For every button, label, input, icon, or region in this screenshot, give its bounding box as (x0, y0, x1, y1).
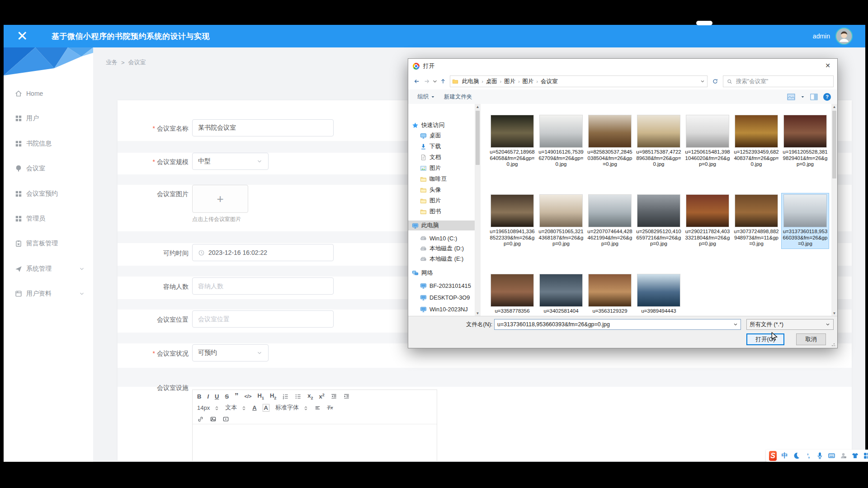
files-scrollbar[interactable]: ▲▼ (831, 104, 837, 316)
address-breadcrumb[interactable]: 此电脑›桌面›图片›图片›会议室 (450, 75, 708, 87)
dialog-titlebar[interactable]: 打开 ✕ (408, 59, 837, 73)
filetype-select[interactable]: 所有文件 (*.*) (746, 319, 834, 330)
room-scale-select[interactable]: 中型 (192, 153, 269, 170)
room-status-select[interactable]: 可预约 (192, 344, 269, 361)
breadcrumb-page[interactable]: 会议室 (128, 58, 146, 66)
filename-input[interactable] (494, 319, 741, 330)
file-item[interactable]: u=3137360118,953660393&fm=26&gp=0.jpg (782, 193, 829, 249)
sidebar-item-message-board-management[interactable]: 留言板管理 (4, 235, 93, 253)
organize-button[interactable]: 组织 (413, 93, 439, 101)
cancel-button[interactable]: 取消 (796, 333, 826, 345)
capacity-input[interactable] (192, 277, 334, 295)
file-item[interactable]: u=3563129329 (586, 273, 633, 316)
font-family-select[interactable]: 标准字体 (275, 404, 308, 412)
path-crumb[interactable]: 图片 (501, 78, 518, 85)
new-folder-button[interactable]: 新建文件夹 (439, 93, 477, 101)
path-crumb[interactable]: 图片 (520, 78, 537, 85)
link-icon[interactable] (197, 415, 204, 423)
sidebar-item-meeting-room[interactable]: 会议室 (4, 160, 93, 178)
file-item[interactable]: u=2508295120,4106597216&fm=26&gp=0.jpg (635, 193, 682, 249)
video-icon[interactable] (222, 415, 229, 423)
nav-item-this-pc[interactable]: 此电脑 (408, 221, 481, 230)
nav-item-pictures-folder[interactable]: 图片 (420, 196, 441, 206)
chinese-mode-icon[interactable]: 中 (781, 452, 788, 460)
breadcrumb-section[interactable]: 业务 (106, 58, 118, 66)
apps-icon[interactable] (863, 452, 868, 460)
file-item[interactable]: u=1965108941,3368522339&fm=26&gp=0.jpg (489, 193, 536, 249)
nav-item-pc-win10-nj[interactable]: Win10-2023NJ (420, 304, 468, 314)
sidebar-item-administrator[interactable]: 管理员 (4, 210, 93, 228)
file-item[interactable]: u=3402581404 (538, 273, 585, 316)
nav-item-documents[interactable]: 文档 (420, 152, 441, 162)
align-icon[interactable] (314, 404, 321, 412)
sidebar-item-academy-info[interactable]: 书院信息 (4, 135, 93, 153)
help-icon[interactable]: ? (823, 93, 831, 101)
nav-item-pc-desktop-3o9[interactable]: DESKTOP-3O9 (420, 292, 470, 302)
path-crumb[interactable]: 此电脑 (459, 78, 482, 85)
text-color-icon[interactable]: A (252, 404, 256, 412)
file-item[interactable]: u=1250615481,3981046020&fm=26&gp=0.jpg (684, 114, 731, 169)
clean-format-icon[interactable]: Tx (327, 404, 333, 412)
preview-pane-icon[interactable] (810, 94, 818, 100)
file-item[interactable]: u=2080751065,3214368187&fm=26&gp=0.jpg (538, 193, 585, 249)
nav-item-coffee-beans[interactable]: 咖啡豆 (420, 174, 447, 184)
nav-item-books[interactable]: 图书 (420, 206, 441, 216)
nav-item-avatars[interactable]: 头像 (420, 185, 441, 195)
file-item[interactable]: u=2902117824,4033321804&fm=26&gp=0.jpg (684, 193, 731, 249)
keyboard-icon[interactable] (828, 452, 835, 460)
file-item[interactable]: u=3989494443 (635, 273, 682, 316)
search-input[interactable] (735, 78, 830, 85)
history-chevron-icon[interactable] (432, 76, 438, 86)
paragraph-select[interactable]: 文本 (225, 404, 246, 412)
sidebar-item-users[interactable]: 用户 (4, 109, 93, 127)
filename-dropdown-icon[interactable] (733, 322, 738, 327)
refresh-icon[interactable] (710, 76, 720, 86)
moon-icon[interactable] (793, 452, 800, 460)
nav-item-pc-bf[interactable]: BF-2023101415 (420, 281, 471, 291)
file-item[interactable]: u=1252393459,68240837&fm=26&gp=0.jpg (733, 114, 780, 169)
nav-item-quick-access[interactable]: 快速访问 (412, 120, 444, 130)
file-item[interactable]: u=149016126,753962709&fm=26&gp=0.jpg (538, 114, 585, 169)
forward-icon[interactable] (422, 76, 432, 86)
file-item[interactable]: u=1961205528,3819829401&fm=26&gp=0.jpg (782, 114, 829, 169)
file-item[interactable]: u=2207074644,4284621994&fm=26&gp=0.jpg (586, 193, 633, 249)
font-size-select[interactable]: 14px (197, 404, 219, 411)
file-item[interactable]: u=3073724898,882948973&fm=11&gp=0.jpg (733, 193, 780, 249)
nav-item-pictures[interactable]: 图片 (420, 163, 441, 173)
background-color-icon[interactable]: A (263, 404, 269, 412)
back-icon[interactable] (412, 76, 422, 86)
app-logo-x-icon[interactable]: ✕ (4, 25, 41, 47)
nav-item-local-disk-e[interactable]: 本地磁盘 (E:) (420, 254, 463, 264)
sidebar-item-system-management[interactable]: 系统管理 (4, 260, 93, 278)
nav-item-win10-c[interactable]: Win10 (C:) (420, 233, 457, 243)
file-item[interactable]: u=52046572,1896864058&fm=26&gp=0.jpg (489, 114, 536, 169)
address-dropdown-icon[interactable] (700, 79, 705, 84)
file-item[interactable]: u=985175387,472289638&fm=26&gp=0.jpg (635, 114, 682, 169)
file-item[interactable]: u=825830537,2845038504&fm=26&gp=0.jpg (586, 114, 633, 169)
nav-scrollbar[interactable]: ▲▼ (475, 104, 481, 316)
path-crumb[interactable]: 会议室 (538, 78, 561, 85)
room-location-input[interactable] (192, 310, 334, 328)
room-name-input[interactable] (192, 119, 334, 136)
editor-content-area[interactable] (193, 424, 437, 461)
resize-grip[interactable] (831, 342, 836, 347)
up-icon[interactable] (438, 76, 448, 86)
sidebar-item-user-profile[interactable]: 用户资料 (4, 285, 93, 303)
available-time-picker[interactable]: 2023-12-16 16:02:22 (192, 244, 334, 261)
thumbnail-view-icon[interactable] (787, 94, 795, 100)
sidebar-item-home[interactable]: Home (4, 84, 93, 103)
file-item[interactable]: u=3358778356 (489, 273, 536, 316)
view-dropdown-icon[interactable] (801, 95, 805, 99)
path-crumb[interactable]: 桌面 (483, 78, 500, 85)
person-icon[interactable] (840, 452, 847, 460)
nav-item-local-disk-d[interactable]: 本地磁盘 (D:) (420, 244, 464, 253)
dialog-close-icon[interactable]: ✕ (823, 61, 833, 70)
punctuation-icon[interactable]: ’, (804, 452, 812, 460)
nav-item-desktop[interactable]: 桌面 (420, 131, 441, 141)
image-upload-button[interactable]: + (192, 185, 248, 213)
nav-item-network[interactable]: 网络 (412, 268, 433, 278)
nav-item-downloads[interactable]: 下载 (420, 141, 441, 151)
shirt-icon[interactable] (851, 452, 859, 460)
microphone-icon[interactable] (816, 452, 824, 460)
avatar[interactable] (835, 28, 853, 45)
